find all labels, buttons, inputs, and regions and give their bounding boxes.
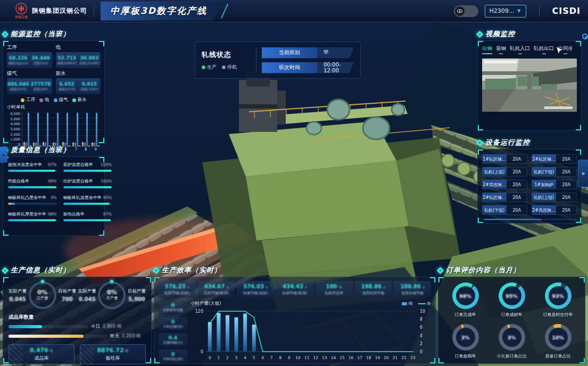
stat-unit: % (339, 285, 342, 289)
bar-group (43, 113, 51, 146)
quality-label: 钢板终轧厚度命中率 (8, 211, 46, 217)
svg-text:4: 4 (244, 355, 246, 360)
gauge-label: 订单及时交付率 (543, 312, 573, 318)
quality-item: 出炉温度合格率100% (63, 178, 112, 188)
quality-item: 探伤合格率97% (63, 211, 112, 221)
side-stat-box: 0当班待轧(块) (159, 350, 187, 364)
device-chip: 1#加热炉20A (532, 180, 577, 189)
production-panel: 生产信息（实时） 实际产量 0.045 0% 日产量 目标产量 700 实际产量… (3, 265, 152, 364)
video-stream-thumbnail[interactable] (482, 59, 577, 112)
devices-scrollbar[interactable] (482, 219, 577, 220)
video-tab-电加热[interactable]: 电加热 (577, 45, 577, 54)
production-title: 生产信息（实时） (11, 265, 70, 275)
quality-pct: 100% (101, 179, 112, 184)
hourly-output-chart: 1200108642001234567891011121314151617181… (191, 307, 431, 363)
visibility-toggle[interactable] (454, 5, 478, 17)
bar-煤气 (96, 113, 97, 146)
efficiency-side-boxes: 0当班异常块数0小时过钢(块)0.4过钢间隔(分)0当班待轧(块) (159, 301, 187, 363)
quality-bar-track (63, 219, 112, 221)
video-tab-中间冷[interactable]: 中间冷 (558, 45, 573, 54)
status-dot-green (202, 65, 205, 69)
warehouse-box: 0.476吨成品库 (9, 344, 74, 364)
y-tick: 4,000 (7, 122, 20, 126)
video-tab-装钢[interactable]: 装钢 (496, 45, 506, 54)
quality-panel: 质量信息（当班） 超快冷温度命中率97%装炉温度合格率100%性能合格率99%出… (3, 145, 105, 236)
energy-group-name: 工序 (7, 44, 52, 51)
side-value: 0 (171, 319, 175, 325)
right-edge-expand-tab[interactable]: » (578, 160, 588, 187)
legend-item-电[interactable]: 电 (39, 97, 49, 103)
quality-item: 钢板终轧厚度命中率98% (8, 211, 57, 221)
quality-label: 装炉温度合格率 (63, 162, 99, 168)
svg-text:3: 3 (235, 355, 238, 360)
svg-text:22: 22 (401, 355, 407, 360)
panel-diamond-icon (153, 267, 160, 274)
bar-group (72, 113, 80, 146)
device-label: 轧机(上辊) (482, 167, 507, 177)
bar-group (62, 113, 70, 146)
line-swatch-icon (418, 303, 426, 304)
energy-card: 52.713单耗(kWh/t)30.883总耗(万kWh) (56, 52, 101, 68)
legend-item-煤气[interactable]: 煤气 (54, 97, 68, 103)
quality-label: 钢板终轧凸度命中率 (8, 195, 49, 201)
device-current-value: 20A (556, 193, 577, 202)
legend-item-工序[interactable]: 工序 (21, 97, 35, 103)
energy-pair: 52.713单耗(kWh/t) (56, 52, 78, 68)
device-chip: 轧机(下辊)20A (482, 205, 527, 215)
efficiency-panel: 生产效率（实时） 576.23 s轧制节奏(实际)434.67 s轧制节奏(标准… (154, 265, 436, 364)
stat-value: 100 % (326, 284, 342, 290)
bar-煤气 (47, 113, 48, 146)
device-selector-dropdown[interactable]: H2309... ▼ (485, 5, 526, 18)
legend-label: 生产 (207, 64, 217, 71)
side-label: 当班异常块数 (163, 308, 184, 313)
device-chip: 2#轧区辅…20A (532, 154, 577, 164)
energy-group-name: 新水 (56, 70, 101, 77)
month-pct: 0% (107, 289, 117, 296)
video-camera-tabs: 出钢装钢轧机入口轧机出口中间冷电加热 (482, 45, 577, 54)
stat-unit: s (384, 285, 385, 289)
stat-value: 108.86 s (400, 284, 424, 290)
video-tab-轧机出口[interactable]: 轧机出口 (534, 45, 554, 54)
legend-tons[interactable]: 吨 (402, 301, 413, 306)
quality-label: 超快冷温度命中率 (8, 162, 46, 168)
energy-pair: 39.449总耗(tce) (29, 52, 52, 68)
eye-icon (455, 6, 465, 16)
video-tab-出钢[interactable]: 出钢 (482, 45, 492, 54)
title-accent-slash (221, 3, 228, 18)
device-chip: 2#高压除…20A (482, 180, 527, 189)
y-tick: 6,000 (7, 112, 20, 116)
svg-text:17: 17 (357, 355, 362, 360)
energy-value: 52.713 (57, 55, 76, 61)
energy-card: 68.226单耗(kgce/t)39.449总耗(tce) (7, 52, 52, 68)
panel-diamond-icon (2, 31, 9, 38)
energy-pair: 30.883总耗(万kWh) (78, 52, 101, 68)
efficiency-stats: 576.23 s轧制节奏(实际)434.67 s轧制节奏(标准)576.03 s… (159, 281, 431, 298)
bar-swatch-icon (402, 302, 407, 305)
warehouse-value: 8876.72吨 (97, 347, 128, 354)
gauge-hole: 3% (502, 328, 521, 347)
video-panel: 视频监控 出钢装钢轧机入口轧机出口中间冷电加热 (477, 29, 582, 131)
quality-bar-fill (8, 186, 56, 188)
warehouse-unit: 吨 (125, 349, 129, 353)
legend-pieces[interactable]: 块 (418, 301, 432, 306)
month-actual: 实际产量 0.045 (78, 288, 96, 302)
video-collapse-button[interactable] (582, 34, 588, 39)
svg-text:12: 12 (313, 355, 319, 360)
left-edge-expand-tab[interactable]: « (0, 147, 7, 163)
video-tab-轧机入口[interactable]: 轧机入口 (510, 45, 530, 54)
day-target: 目标产量 700 (58, 288, 76, 302)
device-label: 2#轧区辅… (532, 154, 556, 164)
legend-item-新水[interactable]: 新水 (72, 97, 87, 103)
quality-grid: 超快冷温度命中率97%装炉温度合格率100%性能合格率99%出炉温度合格率100… (8, 162, 100, 221)
svg-text:0: 0 (201, 350, 203, 354)
stat-value: 434.67 s (204, 284, 228, 290)
quality-bar-fill (63, 203, 110, 205)
energy-group-name: 电 (56, 44, 101, 51)
quality-item-top: 钢板终轧厚度命中率98% (8, 211, 57, 217)
device-current-value: 20A (556, 205, 577, 215)
svg-text:18: 18 (366, 355, 371, 360)
stat-unit: s (187, 285, 189, 289)
gauge-ring: 10% (545, 324, 572, 351)
panel-diamond-icon (437, 267, 444, 274)
svg-text:0: 0 (209, 355, 211, 360)
